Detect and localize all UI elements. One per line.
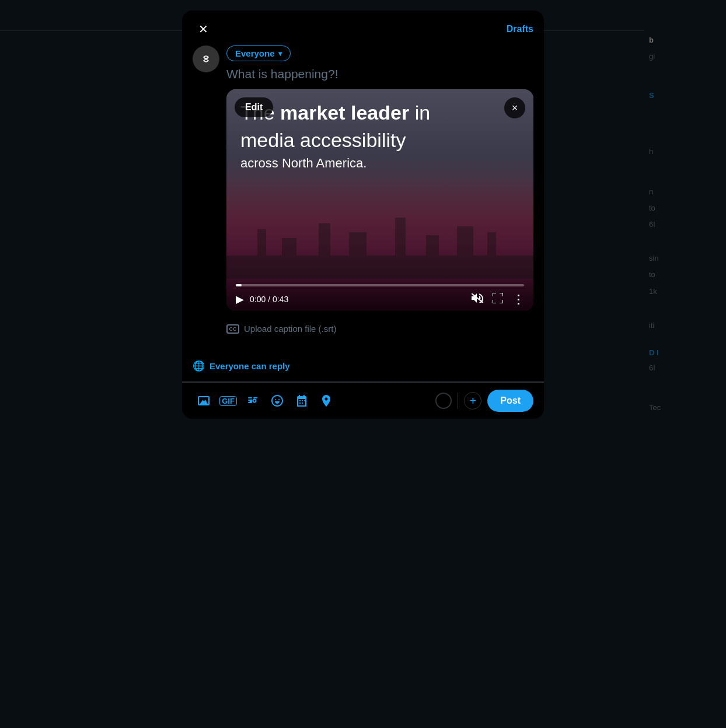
play-button[interactable]: ▶ bbox=[236, 293, 244, 306]
reply-label: Everyone can reply bbox=[210, 361, 290, 371]
character-count-circle bbox=[435, 393, 452, 409]
svg-rect-3 bbox=[248, 397, 252, 398]
compose-right: Everyone ▾ What is happening?! bbox=[226, 46, 533, 345]
modal-header: ✕ Drafts bbox=[182, 10, 544, 46]
location-button[interactable] bbox=[315, 390, 337, 412]
video-progress-bar[interactable] bbox=[236, 284, 524, 286]
svg-point-2 bbox=[253, 400, 256, 402]
video-main-title: The market leader in bbox=[240, 101, 519, 125]
footer-divider-vertical bbox=[458, 393, 458, 409]
image-button[interactable] bbox=[193, 390, 215, 412]
chevron-down-icon: ▾ bbox=[278, 50, 282, 58]
post-button[interactable]: Post bbox=[487, 390, 533, 412]
video-overlay-text: The market leader in media accessibility… bbox=[226, 89, 533, 183]
gif-button[interactable]: GIF bbox=[217, 390, 239, 412]
emoji-icon bbox=[271, 395, 283, 407]
emoji-button[interactable] bbox=[266, 390, 288, 412]
compose-placeholder[interactable]: What is happening?! bbox=[226, 67, 533, 81]
globe-icon: 🌐 bbox=[193, 360, 205, 372]
gif-icon: GIF bbox=[219, 396, 237, 406]
city-silhouette bbox=[226, 209, 533, 279]
footer-right: + Post bbox=[435, 390, 533, 412]
audience-selector[interactable]: Everyone ▾ bbox=[226, 46, 291, 61]
caption-label: Upload caption file (.srt) bbox=[244, 324, 336, 334]
schedule-icon bbox=[296, 395, 308, 407]
close-button[interactable]: ✕ bbox=[193, 19, 214, 40]
avatar-icon bbox=[198, 51, 214, 66]
video-thumbnail: The market leader in media accessibility… bbox=[226, 89, 533, 311]
image-icon bbox=[198, 395, 210, 407]
video-subtitle-line1: media accessibility bbox=[240, 128, 519, 152]
fullscreen-icon bbox=[493, 293, 503, 303]
time-display: 0:00 / 0:43 bbox=[250, 295, 466, 304]
compose-modal: ✕ Drafts bbox=[182, 10, 544, 419]
controls-row: ▶ 0:00 / 0:43 bbox=[236, 292, 524, 306]
avatar-column bbox=[193, 46, 219, 345]
add-tweet-button[interactable]: + bbox=[464, 392, 481, 410]
video-card: The market leader in media accessibility… bbox=[226, 89, 533, 311]
video-subtitle-line2: across North America. bbox=[240, 156, 519, 171]
audience-label: Everyone bbox=[235, 48, 275, 58]
poll-button[interactable] bbox=[242, 390, 264, 412]
video-progress-fill bbox=[236, 284, 242, 286]
mute-button[interactable] bbox=[472, 293, 483, 305]
more-options-button[interactable]: ⋮ bbox=[512, 292, 524, 306]
caption-upload[interactable]: CC Upload caption file (.srt) bbox=[226, 319, 533, 338]
svg-rect-6 bbox=[248, 402, 252, 403]
fullscreen-button[interactable] bbox=[493, 293, 503, 306]
compose-area: Everyone ▾ What is happening?! bbox=[182, 46, 544, 345]
video-remove-button[interactable]: × bbox=[504, 97, 525, 118]
poll-icon bbox=[247, 395, 259, 407]
mute-icon bbox=[472, 293, 483, 303]
avatar bbox=[193, 46, 219, 72]
title-end: in bbox=[409, 102, 430, 124]
edit-button[interactable]: Edit bbox=[235, 97, 273, 117]
svg-rect-5 bbox=[253, 397, 257, 398]
toolbar-icons: GIF bbox=[193, 390, 433, 412]
drafts-button[interactable]: Drafts bbox=[507, 24, 533, 34]
schedule-button[interactable] bbox=[291, 390, 313, 412]
reply-setting[interactable]: 🌐 Everyone can reply bbox=[182, 351, 544, 382]
svg-rect-4 bbox=[248, 400, 252, 401]
location-icon bbox=[320, 395, 332, 407]
modal-footer: GIF bbox=[182, 382, 544, 419]
modal-overlay: ✕ Drafts bbox=[0, 0, 726, 728]
cc-icon: CC bbox=[226, 324, 239, 334]
controls-right: ⋮ bbox=[472, 292, 524, 306]
video-controls: ▶ 0:00 / 0:43 bbox=[226, 277, 533, 311]
title-bold: market leader bbox=[280, 102, 409, 124]
